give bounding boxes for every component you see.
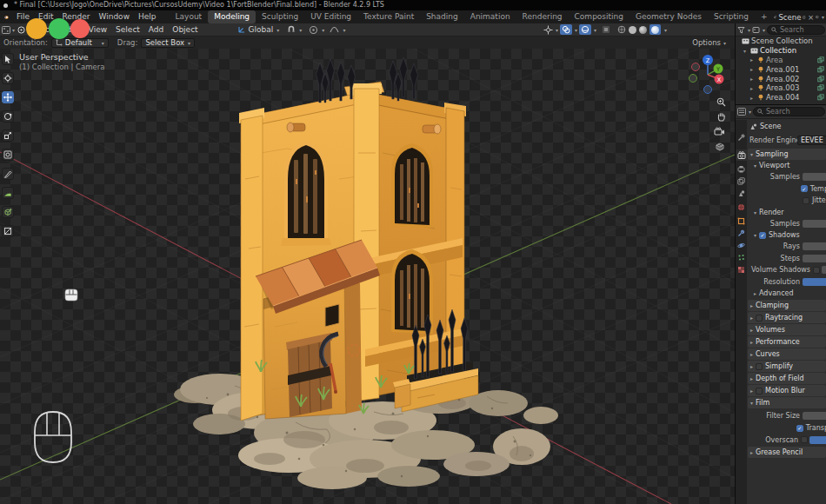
outliner-row-collection[interactable]: ▾ Collection <box>736 46 826 56</box>
overlays-toggle[interactable] <box>560 24 572 35</box>
tab-tool-icon[interactable] <box>736 132 747 143</box>
breadcrumb-label[interactable]: Scene <box>760 123 781 130</box>
scene-name[interactable]: Scene <box>778 13 801 22</box>
add-cube-tool[interactable] <box>2 206 14 218</box>
navigation-gizmo[interactable]: Z Y X <box>689 54 727 94</box>
tab-animation[interactable]: Animation <box>464 10 516 23</box>
section-curves[interactable]: ▸Curves <box>748 348 826 360</box>
rotate-tool[interactable] <box>2 110 14 123</box>
editor-type-icon[interactable] <box>0 25 11 35</box>
instance-link-icon[interactable] <box>817 76 824 83</box>
view-layer-icon[interactable] <box>816 13 819 21</box>
raytracing-checkbox[interactable] <box>756 315 763 322</box>
new-scene-icon[interactable] <box>803 14 806 21</box>
chevron-collapsed-icon[interactable]: ▸ <box>750 66 756 72</box>
section-simplify[interactable]: ▸ Simplify <box>748 361 826 372</box>
resolution-slider[interactable] <box>803 278 826 286</box>
chevron-expanded-icon[interactable]: ▾ <box>743 48 749 54</box>
transform-tool[interactable] <box>2 149 14 161</box>
proportional-edit-icon[interactable] <box>309 25 318 35</box>
orientation-dropdown[interactable]: Default ▾ <box>51 38 109 48</box>
simplify-checkbox[interactable] <box>756 363 763 370</box>
menu-window[interactable]: Window <box>95 10 135 23</box>
outliner-row-area001[interactable]: ▸ Area.001 <box>736 64 826 74</box>
shading-solid-icon[interactable] <box>629 26 636 34</box>
zoom-view-button[interactable] <box>715 96 727 108</box>
tab-world-icon[interactable] <box>736 202 747 213</box>
tab-modeling[interactable]: Modeling <box>208 10 256 23</box>
outliner-row-area002[interactable]: ▸ Area.002 <box>736 74 826 83</box>
cursor-tool[interactable] <box>2 72 14 84</box>
menu-help[interactable]: Help <box>134 10 161 23</box>
section-grease-pencil[interactable]: ▸Grease Pencil <box>748 447 826 458</box>
menu-select[interactable]: Select <box>111 23 144 36</box>
viewport-samples-field[interactable] <box>803 173 826 181</box>
overscan-checkbox[interactable] <box>801 436 808 443</box>
instance-link-icon[interactable] <box>817 56 824 63</box>
filter-icon[interactable] <box>737 26 745 34</box>
filter-size-field[interactable] <box>803 412 826 420</box>
motion-blur-checkbox[interactable] <box>756 388 763 395</box>
axis-negative-z[interactable] <box>704 86 712 94</box>
section-film[interactable]: ▾Film <box>748 397 826 408</box>
scale-tool[interactable] <box>2 129 14 142</box>
tab-layout[interactable]: Layout <box>170 10 209 23</box>
section-motion-blur[interactable]: ▸ Motion Blur <box>748 385 826 396</box>
blender-logo-icon[interactable] <box>3 13 9 22</box>
drag-dropdown[interactable]: Select Box ▾ <box>141 38 195 48</box>
tab-uv-editing[interactable]: UV Editing <box>304 10 357 23</box>
subsection-viewport[interactable]: ▾Viewport <box>747 160 826 171</box>
subsection-shadows[interactable]: ▾ ✓ Shadows <box>747 229 826 241</box>
unlink-scene-icon[interactable]: × <box>808 13 814 22</box>
fort-model[interactable] <box>239 57 478 421</box>
shading-wireframe-icon[interactable] <box>617 25 626 34</box>
annotate-tool[interactable] <box>2 168 14 180</box>
measure-tool[interactable] <box>2 187 14 199</box>
axis-negative-y[interactable] <box>689 75 697 83</box>
shading-material-icon[interactable] <box>639 26 647 34</box>
falloff-icon[interactable] <box>330 25 339 34</box>
tab-rendering[interactable]: Rendering <box>516 10 569 23</box>
instance-link-icon[interactable] <box>817 84 824 91</box>
menu-add[interactable]: Add <box>144 23 168 36</box>
section-depth-of-field[interactable]: ▸Depth of Field <box>748 373 826 384</box>
section-volumes[interactable]: ▸Volumes <box>748 324 826 335</box>
temporal-checkbox[interactable]: ✓ <box>801 185 808 192</box>
tab-object-icon[interactable] <box>736 216 747 227</box>
outliner-search[interactable]: Search <box>767 25 825 35</box>
scene-browse-icon[interactable] <box>774 13 777 21</box>
shadows-checkbox[interactable]: ✓ <box>759 232 766 239</box>
chevron-collapsed-icon[interactable]: ▸ <box>750 76 756 82</box>
snap-magnet-icon[interactable] <box>287 25 296 34</box>
camera-view-button[interactable] <box>713 125 725 137</box>
outliner-row-area[interactable]: ▸ Area <box>736 56 826 65</box>
subsection-render[interactable]: ▾Render <box>747 207 826 218</box>
toggle-ortho-button[interactable] <box>714 140 726 152</box>
display-mode-icon[interactable] <box>752 26 760 34</box>
tab-sculpting[interactable]: Sculpting <box>256 10 304 23</box>
instance-link-icon[interactable] <box>817 66 824 73</box>
section-sampling[interactable]: ▾Sampling <box>748 149 826 160</box>
move-tool[interactable] <box>2 91 14 103</box>
tab-view-layer-icon[interactable] <box>736 176 747 187</box>
volume-shadows-checkbox[interactable] <box>813 267 820 274</box>
tab-particles-icon[interactable] <box>736 252 747 263</box>
tab-render-icon[interactable] <box>736 149 747 161</box>
tab-texture-paint[interactable]: Texture Paint <box>357 10 420 23</box>
xray-toggle[interactable] <box>579 24 591 35</box>
section-performance[interactable]: ▸Performance <box>748 336 826 348</box>
render-samples-field[interactable] <box>803 220 826 228</box>
tab-scripting[interactable]: Scripting <box>708 10 755 23</box>
mesh-extrude-tool[interactable] <box>2 225 14 237</box>
menu-object[interactable]: Object <box>168 23 202 36</box>
rays-field[interactable] <box>803 242 826 250</box>
axis-negative-x[interactable] <box>692 63 700 71</box>
steps-field[interactable] <box>803 255 826 262</box>
options-dropdown[interactable]: Options ▾ <box>692 38 726 47</box>
tab-shading[interactable]: Shading <box>420 10 464 23</box>
transform-orientation[interactable]: Global <box>249 25 274 34</box>
3d-viewport[interactable]: User Perspective (1) Collection | Camera <box>0 49 735 504</box>
outliner-row-scene-collection[interactable]: Scene Collection <box>736 36 826 46</box>
toggle-xray-box-icon[interactable] <box>602 25 610 34</box>
jitter-checkbox[interactable] <box>803 197 809 204</box>
